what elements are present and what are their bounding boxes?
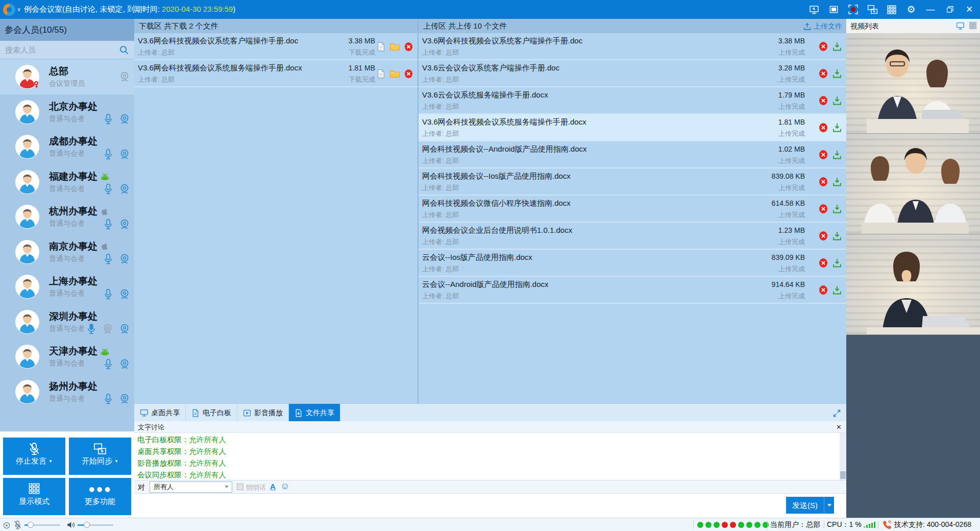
emoji-icon[interactable]: ☺ [280,481,289,492]
tab-file-share[interactable]: 文件共享 [289,404,340,422]
download-file-icon[interactable] [832,177,842,187]
settings-gear-icon[interactable]: ⚙ [905,4,917,15]
participant-row[interactable]: 成都办事处 普通与会者 [0,129,134,164]
mic-icon[interactable] [103,113,113,125]
display-mode-button[interactable]: 显示模式 [3,478,65,515]
send-button[interactable]: 发送(S) [786,497,834,514]
webcam-icon[interactable] [119,149,130,160]
tab-desktop-share[interactable]: 桌面共享 [134,404,186,422]
participant-row[interactable]: 天津办事处 普通与会者 [0,339,134,374]
delete-file-icon[interactable] [818,285,828,295]
participant-row[interactable]: 杭州办事处 普通与会者 [0,199,134,234]
fullscreen-window-icon[interactable] [828,4,839,15]
scrollbar-thumb[interactable] [840,471,846,479]
participant-row[interactable]: 福建办事处 普通与会者 [0,164,134,200]
participant-row[interactable]: 南京办事处 普通与会者 [0,234,134,270]
video-mode-icon[interactable] [956,21,965,30]
download-file-icon[interactable] [832,68,842,79]
participant-row[interactable]: 上海办事处 普通与会者 [0,269,134,304]
speaker-icon[interactable] [66,520,76,529]
webcam-icon[interactable] [119,393,130,404]
mic-icon[interactable] [103,393,113,404]
delete-file-icon[interactable] [818,204,828,214]
start-sync-button[interactable]: 开始同步▼ [69,438,131,475]
open-file-icon[interactable] [376,42,386,52]
delete-file-icon[interactable] [818,123,828,133]
video-grid-icon[interactable] [969,21,977,30]
webcam-icon[interactable] [119,253,130,264]
video-feed-1[interactable] [846,33,980,134]
webcam-icon[interactable] [119,288,130,300]
upload-file-row[interactable]: V3.6网会科技视频会议系统客户端操作手册.doc 上传者: 总部 3.38 M… [419,33,846,60]
send-options-arrow[interactable] [824,497,834,514]
open-file-icon[interactable] [376,69,386,79]
whisper-checkbox[interactable] [237,484,243,490]
video-feed-3[interactable] [846,234,980,335]
upload-file-row[interactable]: 网会视频会议企业后台使用说明书1.0.1.docx 上传者: 总部 1.23 M… [419,223,846,250]
download-file-icon[interactable] [832,41,842,52]
delete-file-icon[interactable] [818,95,828,106]
download-file-row[interactable]: V3.6网会科技视频会议系统客户端操作手册.doc 上传者: 总部 3.38 M… [134,33,418,60]
tab-media-play[interactable]: 影音播放 [237,404,289,422]
tab-whiteboard[interactable]: 电子白板 [186,404,237,422]
webcam-icon[interactable] [119,113,130,125]
delete-file-icon[interactable] [404,42,413,52]
close-icon[interactable]: ✕ [836,421,842,433]
record-target-icon[interactable] [3,521,11,529]
upload-file-row[interactable]: 网会科技视频会议--Android版产品使用指南.docx 上传者: 总部 1.… [419,141,846,168]
download-file-row[interactable]: V3.6网会科技视频会议系统服务端操作手册.docx 上传者: 总部 1.81 … [134,60,418,87]
download-file-icon[interactable] [832,285,842,295]
download-file-icon[interactable] [832,231,842,241]
participant-row[interactable]: 北京办事处 普通与会者 [0,94,134,130]
mic-muted-icon[interactable] [13,520,22,529]
upload-file-row[interactable]: 云会议--Android版产品使用指南.docx 上传者: 总部 914.64 … [419,277,846,304]
download-file-icon[interactable] [832,258,842,268]
upload-file-link[interactable]: 上传文件 [803,19,842,33]
restore-button[interactable] [944,4,955,15]
upload-file-row[interactable]: 网会科技视频会议微信小程序快速指南.docx 上传者: 总部 614.58 KB… [419,196,846,223]
upload-file-row[interactable]: 网会科技视频会议--Ios版产品使用指南.docx 上传者: 总部 839.08… [419,168,846,196]
delete-file-icon[interactable] [818,150,828,160]
webcam-icon[interactable] [119,358,130,370]
download-file-icon[interactable] [832,204,842,214]
participant-row[interactable]: 扬州办事处 普通与会者 [0,374,134,409]
upload-file-row[interactable]: 云会议--Ios版产品使用指南.docx 上传者: 总部 839.09 KB 上… [419,250,846,277]
upload-file-row-selected[interactable]: V3.6网会科技视频会议系统服务端操作手册.docx 上传者: 总部 1.81 … [419,114,846,141]
search-input[interactable] [0,41,134,59]
webcam-icon[interactable] [119,323,130,334]
webcam-off-icon[interactable] [102,323,113,334]
participant-row[interactable]: 深圳办事处 普通与会者 [0,304,134,340]
delete-file-icon[interactable] [818,231,828,241]
download-file-icon[interactable] [832,123,842,133]
mic-icon[interactable] [103,183,113,195]
mic-icon[interactable] [103,288,113,300]
delete-file-icon[interactable] [818,258,828,268]
upload-file-row[interactable]: V3.6云会议系统服务端操作手册.docx 上传者: 总部 1.79 MB 上传… [419,87,846,114]
chevron-down-icon[interactable]: ∨ [17,6,21,13]
participant-row[interactable]: 总部 会议管理员 [0,59,134,94]
webcam-icon[interactable] [119,219,130,230]
delete-file-icon[interactable] [818,177,828,187]
expand-icon[interactable] [832,408,841,418]
delete-file-icon[interactable] [818,68,828,79]
mic-icon[interactable] [103,219,113,230]
delete-file-icon[interactable] [818,41,828,52]
download-file-icon[interactable] [832,150,842,160]
more-functions-button[interactable]: ●●● 更多功能 [69,478,131,515]
screen-share-icon[interactable] [808,4,820,15]
open-folder-icon[interactable] [389,41,400,52]
minimize-button[interactable]: — [925,4,936,15]
speaker-volume-slider[interactable] [78,524,113,526]
mic-volume-slider[interactable] [24,524,60,526]
search-icon[interactable] [119,45,129,55]
download-file-icon[interactable] [832,95,842,106]
video-feed-2[interactable] [846,134,980,234]
open-folder-icon[interactable] [389,68,400,79]
upload-file-row[interactable]: V3.6云会议会议系统客户端操作手册.doc 上传者: 总部 3.28 MB 上… [419,60,846,87]
layout-grid-icon[interactable] [886,4,897,15]
delete-file-icon[interactable] [404,69,413,79]
record-icon[interactable] [847,4,859,15]
webcam-icon[interactable] [119,183,130,195]
chat-input-area[interactable]: 发送(S) [134,494,846,518]
recipient-select[interactable]: 所有人 [150,481,232,493]
